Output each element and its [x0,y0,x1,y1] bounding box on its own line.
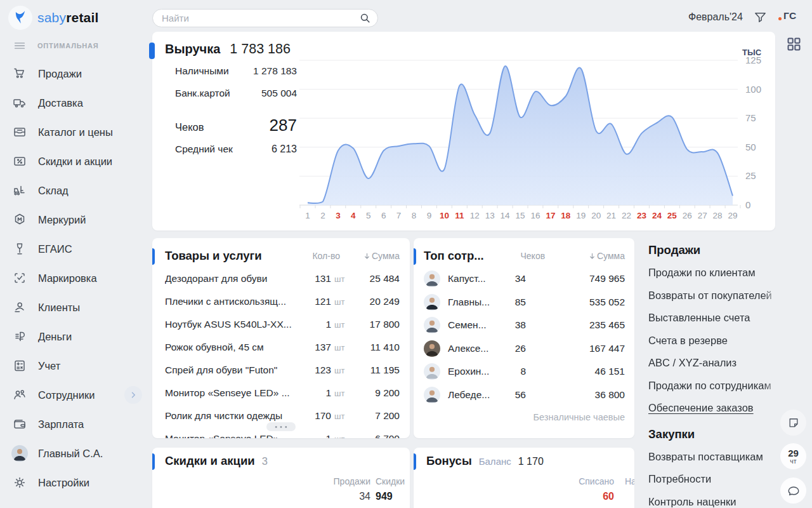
sidebar-item[interactable]: Каталог и цены [0,117,150,147]
svg-text:17: 17 [546,211,555,220]
sidebar-menu: Продажи Доставка Каталог и цены [0,59,150,497]
sidebar-item[interactable]: Главный С.А. [0,439,150,468]
arrow-down-icon [363,253,370,260]
magnifier-icon[interactable] [359,12,371,24]
employee-avatar [424,271,440,287]
product-sum: 11 410 [346,342,400,353]
product-row[interactable]: Дезодорант для обуви 131 шт 25 484 [152,267,410,290]
calendar-button[interactable]: 29 чт [780,443,806,469]
sales-link[interactable]: Возвраты от покупателей [648,284,782,307]
employee-row[interactable]: Ерохин... 8 46 151 [414,360,634,384]
column-header-sum[interactable]: Сумма [553,251,625,261]
truck-icon [11,95,28,111]
sidebar: sabyretail ОПТИМАЛЬНАЯ Продажи Доставка [0,0,150,508]
employee-checks: 38 [498,319,530,331]
sidebar-item[interactable]: Скидки и акции [0,147,150,176]
employee-row[interactable]: Капуст... 34 749 965 [414,267,634,291]
product-row[interactable]: Ноутбук ASUS K540LJ-XX... 1 шт 17 800 [152,313,410,336]
product-sum: 20 249 [346,296,400,307]
svg-text:100: 100 [745,84,761,95]
svg-text:19: 19 [576,211,586,220]
column-header-checks[interactable]: Чеков [521,251,553,261]
product-row[interactable]: Рожок обувной, 45 см 137 шт 11 410 [152,336,410,359]
employee-name: Главны... [448,297,498,308]
revenue-card: Выручка 1 783 186 Наличными 1 278 183 Ба… [152,32,775,231]
sidebar-item[interactable]: Продажи [0,59,150,88]
sidebar-item[interactable]: Деньги [0,322,150,351]
funnel-icon[interactable] [753,10,768,27]
sales-link[interactable]: Обеспечение заказов [648,397,782,420]
sales-link[interactable]: Продажи по клиентам [648,262,782,284]
svg-text:23: 23 [637,211,647,220]
user-avatar-icon [11,445,28,462]
accent-bookmark [149,43,155,59]
sidebar-item[interactable]: Клиенты [0,293,150,322]
sidebar-item[interactable]: Зарплата [0,410,150,439]
notification-dot [778,17,782,20]
svg-text:14: 14 [501,211,511,220]
column-header-sum[interactable]: Сумма [346,251,400,261]
wine-glass-icon [11,241,28,257]
sidebar-item-label: Склад [38,185,69,197]
employee-avatar [424,294,440,311]
sales-link[interactable]: Счета в резерве [648,330,782,352]
purchases-link[interactable]: Контроль наценки [648,491,782,508]
product-name: Дезодорант для обуви [165,273,294,284]
column-header-qty[interactable]: Кол-во [294,251,346,261]
discounts-title[interactable]: Скидки и акции [165,454,255,468]
sidebar-item[interactable]: Доставка [0,88,150,117]
app-logo[interactable]: sabyretail [0,0,150,30]
product-qty: 1 [294,433,331,438]
revenue-title[interactable]: Выручка [165,42,220,57]
cashless-tips-link[interactable]: Безналичные чаевые [534,412,625,422]
employee-checks: 8 [498,366,530,377]
product-sum: 17 800 [346,319,400,330]
sidebar-item[interactable]: Сотрудники [0,380,150,410]
bonuses-title[interactable]: Бонусы [426,454,472,468]
sidebar-item[interactable]: ЕГАИС [0,234,150,264]
employee-row[interactable]: Главны... 85 535 052 [414,291,634,314]
chat-button[interactable] [780,478,806,504]
marking-icon [11,270,28,286]
product-row[interactable]: Плечики с антискользящ... 121 шт 20 249 [152,290,410,313]
employee-name: Лебеде... [448,389,498,401]
bonuses-balance-value: 1 170 [518,456,544,467]
hamburger-icon[interactable] [13,39,27,53]
product-row[interactable]: Монитор «Senseye LED» ... 1 шт 9 200 [152,382,410,404]
sales-link[interactable]: ABC / XYZ-анализ [648,352,782,375]
svg-text:75: 75 [745,112,756,123]
period-selector[interactable]: Февраль'24 [688,11,743,23]
profile-button[interactable]: ГС [783,10,797,22]
employee-name: Семен... [448,319,498,331]
sidebar-item[interactable]: Меркурий [0,205,150,234]
product-unit: шт [331,434,346,439]
sidebar-item[interactable]: Учет [0,351,150,380]
sidebar-item[interactable]: Склад [0,176,150,205]
employees-title[interactable]: Топ сотр... [424,249,521,263]
purchases-link[interactable]: Возвраты поставщикам [648,446,782,469]
sidebar-item-label: Настройки [38,477,89,489]
employee-row[interactable]: Лебеде... 56 36 800 [414,384,634,407]
sidebar-item-label: Каталог и цены [38,126,113,138]
product-name: Плечики с антискользящ... [165,296,294,307]
chevron-right-icon[interactable] [124,386,142,404]
employee-row[interactable]: Алексе... 26 167 447 [414,337,634,361]
ellipsis-icon[interactable] [266,422,296,431]
employee-row[interactable]: Семен... 38 235 465 [414,314,634,337]
employees-list: Капуст... 34 749 965 Главны... 85 535 05… [414,267,634,406]
grid-icon[interactable] [785,36,802,55]
products-title[interactable]: Товары и услуги [165,249,294,263]
sales-link[interactable]: Выставленные счета [648,307,782,330]
purchases-link[interactable]: Потребности [648,468,782,491]
sales-link[interactable]: Продажи по сотрудникам [648,375,782,398]
svg-text:28: 28 [713,211,723,220]
search-bar[interactable] [152,9,378,27]
notes-button[interactable] [780,410,806,436]
product-row[interactable]: Спрей для обуви "Futon" 123 шт 11 195 [152,359,410,382]
svg-text:26: 26 [683,211,692,220]
sidebar-item[interactable]: Настройки [0,468,150,497]
sidebar-item[interactable]: Маркировка [0,264,150,293]
search-input[interactable] [162,13,359,23]
calculator-icon [11,358,28,374]
product-qty: 121 [294,296,331,307]
